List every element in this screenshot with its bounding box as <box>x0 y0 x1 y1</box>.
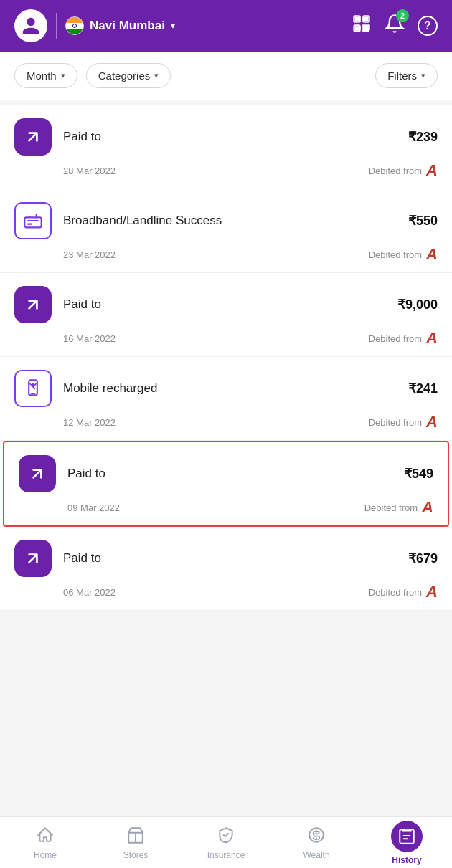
help-button[interactable]: ? <box>418 16 438 36</box>
mobile-recharge-icon <box>14 370 52 407</box>
nav-item-home[interactable]: Home <box>0 817 90 868</box>
tx-title: Paid to <box>67 467 392 481</box>
tx-amount: ₹679 <box>408 550 438 566</box>
transaction-item[interactable]: Mobile recharged ₹241 12 Mar 2022 Debite… <box>0 357 452 441</box>
main-content: Month ▾ Categories ▾ Filters ▾ Paid to ₹… <box>0 52 452 668</box>
header-divider <box>56 13 57 39</box>
tx-title: Paid to <box>63 130 397 144</box>
categories-filter-label: Categories <box>98 70 151 82</box>
wealth-icon <box>307 826 326 847</box>
nav-label-home: Home <box>34 850 57 860</box>
tx-amount: ₹241 <box>408 381 438 396</box>
axis-logo: A <box>426 163 438 178</box>
transaction-item-highlighted[interactable]: Paid to ₹549 09 Mar 2022 Debited from A <box>3 441 449 527</box>
transaction-item[interactable]: Paid to ₹679 06 Mar 2022 Debited from A <box>0 527 452 611</box>
tx-amount: ₹9,000 <box>397 297 438 313</box>
axis-logo: A <box>426 414 438 430</box>
axis-logo: A <box>426 247 438 262</box>
debit-label: Debited from <box>369 166 422 176</box>
paid-icon <box>14 286 52 323</box>
tx-date: 28 Mar 2022 <box>63 166 116 176</box>
notifications-button[interactable]: 2 <box>385 14 405 38</box>
debit-label: Debited from <box>364 502 418 513</box>
tx-amount: ₹239 <box>408 129 438 145</box>
paid-icon <box>14 118 52 156</box>
axis-logo: A <box>426 584 438 600</box>
debit-info: Debited from A <box>369 330 438 346</box>
location-chevron-icon: ▾ <box>171 21 175 31</box>
tx-amount: ₹550 <box>408 213 438 229</box>
nav-item-insurance[interactable]: Insurance <box>181 817 271 868</box>
debit-info: Debited from A <box>369 163 438 178</box>
tx-date: 06 Mar 2022 <box>63 587 116 598</box>
debit-info: Debited from A <box>369 414 438 430</box>
india-flag <box>65 16 84 35</box>
tx-title: Paid to <box>63 297 386 312</box>
header-left: Navi Mumbai ▾ <box>14 9 175 42</box>
transaction-item[interactable]: Broadband/Landline Success ₹550 23 Mar 2… <box>0 189 452 273</box>
paid-icon <box>14 540 52 577</box>
notification-count-badge: 2 <box>396 9 409 22</box>
debit-info: Debited from A <box>369 584 438 600</box>
paid-icon <box>19 455 56 492</box>
city-name: Navi Mumbai <box>90 19 165 33</box>
nav-label-insurance: Insurance <box>207 850 245 860</box>
bottom-nav: Home Stores Insurance Wealth <box>0 816 452 868</box>
location-selector[interactable]: Navi Mumbai ▾ <box>65 16 175 35</box>
debit-label: Debited from <box>369 333 422 344</box>
categories-chevron-icon: ▾ <box>154 71 159 80</box>
month-chevron-icon: ▾ <box>61 71 65 80</box>
filter-bar: Month ▾ Categories ▾ Filters ▾ <box>0 52 452 100</box>
transaction-item[interactable]: Paid to ₹239 28 Mar 2022 Debited from A <box>0 105 452 189</box>
filters-label: Filters <box>387 70 417 82</box>
nav-label-wealth: Wealth <box>303 850 329 860</box>
debit-info: Debited from A <box>364 500 433 515</box>
avatar[interactable] <box>14 9 47 42</box>
categories-filter[interactable]: Categories ▾ <box>86 63 171 88</box>
svg-rect-3 <box>356 18 359 20</box>
debit-label: Debited from <box>369 249 422 260</box>
header-right: 2 ? <box>352 14 438 38</box>
nav-label-stores: Stores <box>123 850 149 860</box>
filters-chevron-icon: ▾ <box>421 71 425 80</box>
debit-info: Debited from A <box>369 247 438 262</box>
tx-date: 16 Mar 2022 <box>63 333 116 344</box>
tx-title: Mobile recharged <box>63 381 397 396</box>
broadband-icon <box>14 202 52 239</box>
nav-item-wealth[interactable]: Wealth <box>271 817 362 868</box>
debit-label: Debited from <box>369 417 422 428</box>
home-icon <box>36 826 55 847</box>
tx-date: 23 Mar 2022 <box>63 249 116 260</box>
transaction-item[interactable]: Paid to ₹9,000 16 Mar 2022 Debited from … <box>0 273 452 357</box>
tx-title: Broadband/Landline Success <box>63 214 397 228</box>
qr-scan-button[interactable] <box>352 14 372 38</box>
nav-label-history: History <box>392 855 421 865</box>
svg-rect-5 <box>356 27 359 30</box>
svg-rect-6 <box>24 217 41 227</box>
insurance-icon <box>217 826 235 847</box>
debit-label: Debited from <box>369 587 422 598</box>
svg-rect-4 <box>365 18 368 20</box>
axis-logo: A <box>422 500 433 515</box>
tx-date: 12 Mar 2022 <box>63 417 116 428</box>
month-filter-label: Month <box>27 70 57 82</box>
transaction-list: Paid to ₹239 28 Mar 2022 Debited from A <box>0 105 452 611</box>
axis-logo: A <box>426 330 438 346</box>
month-filter[interactable]: Month ▾ <box>14 63 77 88</box>
nav-item-stores[interactable]: Stores <box>90 817 181 868</box>
tx-title: Paid to <box>63 551 397 566</box>
filters-button[interactable]: Filters ▾ <box>375 63 438 88</box>
stores-icon <box>126 826 145 847</box>
tx-amount: ₹549 <box>404 466 433 482</box>
tx-date: 09 Mar 2022 <box>67 502 120 513</box>
history-icon-bg <box>391 821 423 852</box>
app-header: Navi Mumbai ▾ 2 ? <box>0 0 452 52</box>
nav-item-history[interactable]: History <box>362 817 452 868</box>
